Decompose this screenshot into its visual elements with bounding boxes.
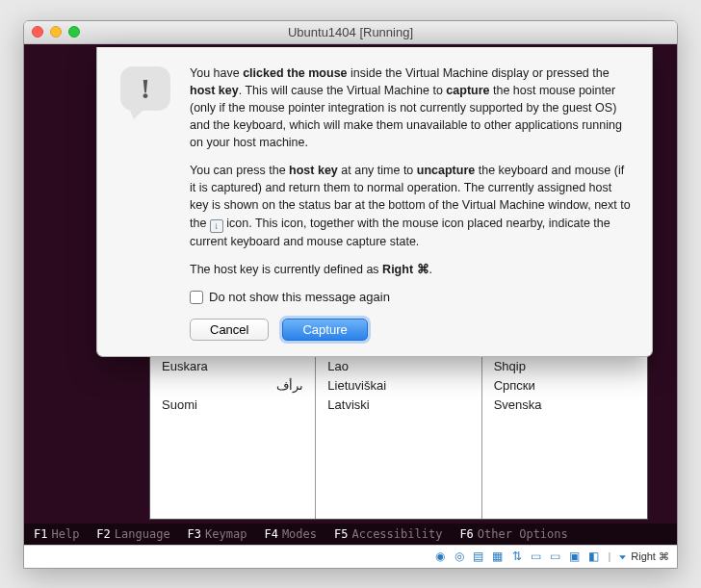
list-item[interactable]: Svenska [494, 396, 636, 415]
disk-icon[interactable]: ◉ [432, 550, 447, 564]
f4-key: F4 [264, 527, 277, 541]
hdd-icon[interactable]: ▤ [471, 550, 485, 564]
display-icon[interactable]: ▭ [548, 550, 562, 564]
vm-status-bar: ◉ ◎ ▤ ▦ ⇅ ▭ ▭ ▣ ◧ | Right ⌘ [24, 545, 677, 568]
f1-label[interactable]: Help [51, 527, 79, 541]
host-key-indicator: Right ⌘ [617, 550, 669, 563]
f6-label[interactable]: Other Options [478, 527, 568, 541]
list-item[interactable]: Lietuviškai [327, 376, 469, 396]
arrow-down-icon [617, 551, 628, 562]
list-item[interactable]: ىرأف [162, 376, 303, 396]
recording-icon[interactable]: ▣ [567, 550, 582, 564]
f3-label[interactable]: Keymap [205, 527, 247, 541]
network-icon[interactable]: ▦ [490, 550, 505, 564]
usb-icon[interactable]: ⇅ [509, 550, 524, 564]
features-icon[interactable]: ◧ [586, 550, 601, 564]
f2-label[interactable]: Language [115, 527, 170, 541]
window-title: Ubuntu1404 [Running] [24, 25, 677, 39]
f3-key: F3 [188, 527, 201, 541]
suppress-message-row: Do not show this message again [190, 289, 633, 307]
f1-key: F1 [34, 527, 47, 541]
list-item[interactable]: Српски [494, 376, 636, 396]
f5-label[interactable]: Accessibility [351, 527, 442, 541]
dialog-icon-area: ! [117, 64, 174, 341]
list-item[interactable]: Shqip [494, 357, 636, 376]
suppress-label[interactable]: Do not show this message again [209, 289, 390, 307]
suppress-checkbox[interactable] [190, 291, 203, 304]
hostkey-inline-icon: ↓ [210, 219, 223, 233]
dialog-paragraph-3: The host key is currently defined as Rig… [190, 261, 633, 278]
function-key-bar: F1Help F2Language F3Keymap F4Modes F5Acc… [24, 524, 677, 545]
vm-display[interactable]: Esperanto Español Eesti Euskara ىرأف Suo… [24, 44, 677, 568]
f2-key: F2 [96, 527, 110, 541]
capture-dialog: ! You have clicked the mouse inside the … [96, 47, 653, 357]
host-key-label: Right ⌘ [631, 550, 669, 563]
dialog-body: You have clicked the mouse inside the Vi… [190, 64, 633, 341]
list-item[interactable]: Lao [327, 357, 469, 376]
cancel-button[interactable]: Cancel [190, 319, 269, 341]
info-bubble-icon: ! [120, 66, 170, 111]
separator: | [608, 550, 610, 562]
titlebar: Ubuntu1404 [Running] [24, 21, 677, 44]
dialog-buttons: Cancel Capture [190, 319, 633, 341]
list-item[interactable]: Latviski [327, 396, 469, 415]
shared-folder-icon[interactable]: ▭ [529, 550, 543, 564]
vm-window: Ubuntu1404 [Running] Esperanto Español E… [23, 20, 678, 569]
dialog-paragraph-1: You have clicked the mouse inside the Vi… [190, 64, 633, 152]
f4-label[interactable]: Modes [282, 527, 317, 541]
optical-icon[interactable]: ◎ [452, 550, 466, 564]
dialog-paragraph-2: You can press the host key at any time t… [190, 162, 633, 250]
list-item[interactable]: Suomi [162, 396, 303, 415]
list-item[interactable]: Euskara [162, 357, 303, 376]
capture-button[interactable]: Capture [282, 319, 367, 341]
f5-key: F5 [334, 527, 348, 541]
f6-key: F6 [459, 527, 473, 541]
